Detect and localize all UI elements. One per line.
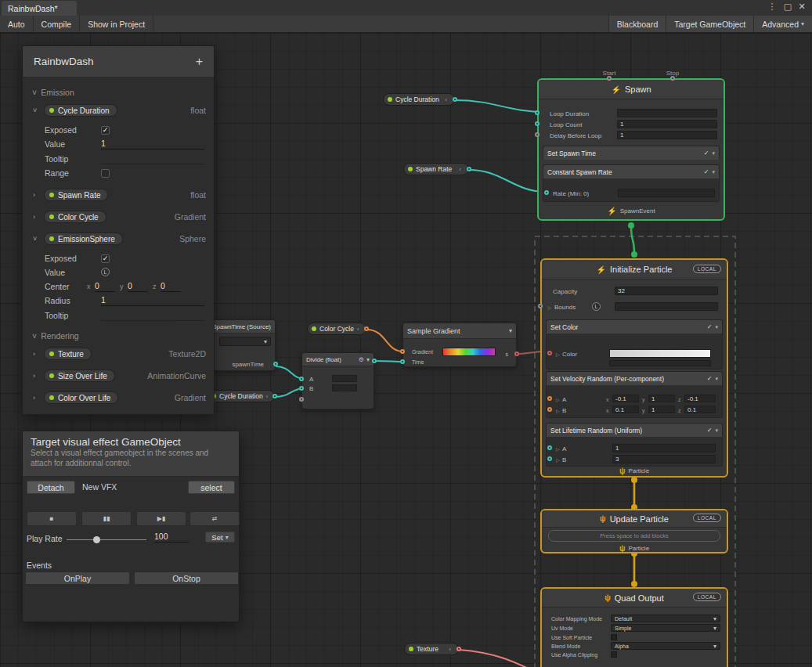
collapse-icon[interactable]: ‹	[449, 646, 451, 653]
target-gameobject-toggle-button[interactable]: Target GameObject	[666, 16, 753, 32]
chevron-down-icon[interactable]: ▾	[715, 376, 718, 382]
collapse-icon[interactable]: ‹	[459, 166, 461, 173]
texture-output-port[interactable]	[457, 647, 461, 651]
divide-a-port[interactable]	[299, 377, 304, 381]
param-node-spawn-rate[interactable]: Spawn Rate ‹	[403, 163, 469, 175]
divide-b-field[interactable]	[332, 384, 357, 391]
chevron-down-icon[interactable]: ▾	[715, 324, 718, 330]
cycle-duration-mid-output-port[interactable]	[272, 394, 277, 398]
param-row-color-cycle[interactable]: › Color Cycle Gradient	[23, 210, 214, 224]
param-row-color-over-life[interactable]: › Color Over Life Gradient	[23, 391, 214, 405]
add-blocks-placeholder[interactable]: Press space to add blocks	[548, 530, 720, 542]
rate-port[interactable]	[544, 190, 549, 195]
select-button[interactable]: select	[188, 481, 235, 494]
foldout-closed-icon[interactable]: ›	[33, 191, 35, 199]
foldout-closed-icon[interactable]: ›	[33, 372, 35, 380]
sample-time-input-port[interactable]	[400, 359, 405, 364]
play-rate-slider-track[interactable]	[67, 539, 146, 540]
constant-spawn-rate-block[interactable]: Constant Spawn Rate ✓ ▾ Rate (Min: 0)	[543, 164, 720, 202]
velocity-a-z-field[interactable]: -0.1	[684, 395, 716, 402]
capacity-field[interactable]: 32	[615, 287, 718, 295]
restart-button[interactable]: ⇄	[189, 511, 240, 526]
spawn-rate-output-port[interactable]	[467, 167, 471, 171]
show-in-project-button[interactable]: Show in Project	[80, 16, 153, 32]
check-icon[interactable]: ✓	[704, 150, 709, 157]
onstop-button[interactable]: OnStop	[134, 571, 239, 585]
radius-field[interactable]: 1	[101, 295, 204, 306]
param-node-texture[interactable]: Texture ‹	[404, 643, 459, 655]
foldout-closed-icon[interactable]: ›	[33, 350, 35, 358]
color-gradient-field[interactable]	[609, 349, 711, 358]
param-row-emission-sphere[interactable]: ˅ EmissionSphere Sphere	[23, 232, 214, 246]
color-port[interactable]	[547, 351, 552, 355]
foldout-closed-icon[interactable]: ›	[33, 394, 35, 402]
loop-duration-field[interactable]	[617, 109, 717, 117]
window-tab[interactable]: RainbwDash*	[2, 1, 77, 16]
stop-button[interactable]: ■	[27, 511, 77, 526]
pause-button[interactable]: ▮▮	[81, 511, 132, 526]
collapse-icon[interactable]: ‹	[357, 326, 359, 333]
check-icon[interactable]: ✓	[707, 323, 713, 330]
chevron-down-icon[interactable]: ▾	[712, 150, 715, 157]
set-lifetime-header[interactable]: Set Lifetime Random (Uniform) ✓ ▾	[547, 424, 722, 437]
play-rate-slider-thumb[interactable]	[93, 536, 100, 543]
lifetime-a-field[interactable]: 1	[612, 444, 716, 452]
step-button[interactable]: ▶▮	[136, 511, 186, 526]
color-alpha-field[interactable]	[609, 360, 711, 366]
tooltip-field[interactable]	[101, 310, 204, 321]
close-icon[interactable]: ✕	[796, 2, 807, 12]
exposed-checkbox[interactable]: ✓	[101, 254, 110, 263]
chevron-down-icon[interactable]: ▾	[715, 427, 718, 434]
param-node-cycle-duration-mid[interactable]: Cycle Duration ‹	[207, 390, 275, 402]
center-x-field[interactable]: 0	[95, 281, 115, 292]
collapse-icon[interactable]: ‹	[445, 96, 447, 103]
set-velocity-header[interactable]: Set Velocity Random (Per-component) ✓ ▾	[547, 372, 722, 385]
param-row-size-over-life[interactable]: › Size Over Life AnimationCurve	[23, 369, 214, 383]
param-row-spawn-rate[interactable]: › Spawn Rate float	[23, 188, 214, 202]
advanced-dropdown-button[interactable]: Advanced ▾	[753, 16, 812, 32]
spawntime-source-dropdown[interactable]: ▾	[219, 337, 271, 346]
section-rendering[interactable]: ˅ Rendering	[23, 329, 214, 343]
auto-button[interactable]: Auto	[0, 16, 34, 32]
blackboard-toggle-button[interactable]: Blackboard	[608, 16, 666, 32]
velocity-b-x-field[interactable]: 0.1	[612, 406, 639, 413]
set-color-block[interactable]: Set Color ✓ ▾ ▷ Color	[546, 319, 723, 370]
update-particle-node[interactable]: ψ Update Particle LOCAL Press space to a…	[540, 509, 728, 553]
check-icon[interactable]: ✓	[707, 427, 713, 434]
loop-count-port[interactable]	[535, 121, 540, 126]
add-parameter-button[interactable]: +	[196, 55, 203, 69]
spawn-start-port[interactable]	[607, 76, 612, 81]
param-node-cycle-duration-top[interactable]: Cycle Duration ‹	[383, 93, 455, 106]
exposed-checkbox[interactable]: ✓	[101, 126, 110, 135]
set-color-header[interactable]: Set Color ✓ ▾	[547, 320, 722, 334]
lifetime-b-field[interactable]: 3	[612, 455, 716, 463]
bounds-field[interactable]	[615, 302, 718, 311]
constant-spawn-rate-header[interactable]: Constant Spawn Rate ✓ ▾	[543, 165, 719, 178]
delay-before-loop-port[interactable]	[535, 132, 540, 137]
velocity-b-z-field[interactable]: 0.1	[684, 406, 716, 413]
color-cycle-output-port[interactable]	[364, 326, 369, 331]
spawntime-output-port[interactable]	[273, 362, 278, 366]
velocity-a-port[interactable]	[547, 396, 552, 401]
velocity-b-port[interactable]	[547, 407, 552, 412]
divide-a-field[interactable]	[332, 375, 357, 382]
link-badge[interactable]: L	[101, 268, 110, 276]
delay-before-loop-field[interactable]: 1	[617, 131, 717, 139]
color-mapping-mode-dropdown[interactable]: Default ▾	[611, 615, 720, 622]
set-velocity-random-block[interactable]: Set Velocity Random (Per-component) ✓ ▾ …	[546, 371, 723, 418]
initialize-particle-node[interactable]: ⚡ Initialize Particle LOCAL Capacity 32 …	[540, 258, 728, 478]
velocity-a-x-field[interactable]: -0.1	[612, 395, 639, 402]
sample-gradient-node[interactable]: Sample Gradient ▾ Gradient Time s	[402, 323, 517, 367]
velocity-a-y-field[interactable]: 1	[648, 395, 675, 402]
gradient-preview[interactable]	[442, 348, 496, 356]
maximize-icon[interactable]: ▢	[782, 2, 793, 12]
loop-duration-port[interactable]	[535, 110, 540, 115]
foldout-open-icon[interactable]: ˅	[33, 106, 37, 114]
divide-add-input-port[interactable]	[299, 397, 304, 402]
param-node-color-cycle[interactable]: Color Cycle ‹	[307, 323, 366, 335]
spawn-node[interactable]: Start Stop ⚡ Spawn Loop Duration Loop Co…	[537, 78, 725, 221]
set-spawn-time-block[interactable]: Set Spawn Time ✓ ▾	[543, 146, 720, 160]
set-spawn-time-header[interactable]: Set Spawn Time ✓ ▾	[543, 146, 719, 160]
play-rate-value-field[interactable]: 100	[154, 532, 189, 543]
quad-output-node[interactable]: ψ Quad Output LOCAL Color Mapping Mode D…	[540, 587, 728, 667]
